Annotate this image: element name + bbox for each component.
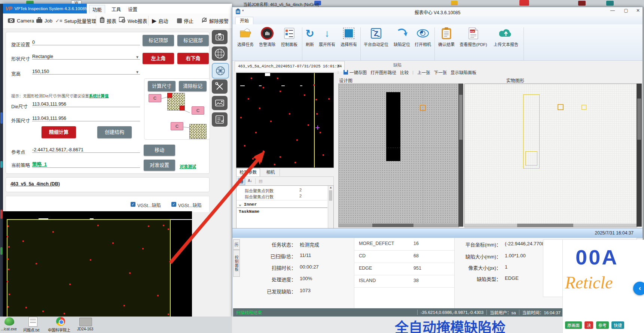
structure-node-c[interactable]: C — [149, 94, 161, 102]
vgs-defect-checkbox[interactable]: ✓ — [131, 202, 135, 207]
badge-shortcut[interactable]: 快捷 — [611, 321, 624, 329]
side-tab-history[interactable]: 历 — [233, 239, 240, 250]
die-size-input[interactable]: 113.043,111.956 — [32, 102, 140, 107]
design-hscrollbar[interactable] — [339, 224, 459, 227]
chevron-down-icon[interactable]: ▼ — [135, 55, 139, 59]
minimize-button[interactable]: — — [607, 8, 618, 15]
tools-icon[interactable] — [212, 79, 228, 94]
desktop-item-label[interactable]: 中国科学院上 — [48, 327, 70, 333]
real-defect-marker[interactable] — [582, 105, 586, 110]
task-checklist-icon[interactable] — [212, 112, 228, 127]
design-vscrollbar[interactable] — [458, 84, 463, 227]
property-pages-icon[interactable]: ▤ — [257, 178, 264, 184]
desktop-item-label[interactable]: JD24-163 — [77, 327, 93, 331]
defect-viewer[interactable] — [236, 73, 334, 168]
save-image-button[interactable]: 一键存图 — [344, 69, 367, 75]
property-value[interactable]: 2 — [299, 188, 302, 192]
desktop-icon-fragment[interactable] — [451, 1, 458, 5]
assistant-collapse-button[interactable]: ‹ — [633, 282, 644, 295]
ribbon-select-all[interactable]: 选择所有 — [338, 26, 359, 53]
wafer-image-panel[interactable] — [3, 211, 192, 317]
app-icon[interactable] — [4, 317, 14, 326]
wafer-map-icon[interactable] — [212, 46, 228, 61]
property-value[interactable]: 2 — [299, 194, 302, 198]
design-image-panel[interactable] — [338, 84, 459, 227]
toolbar-job-button[interactable]: Job — [36, 13, 52, 28]
toolbar-start-button[interactable]: ▶ 启动 — [152, 13, 168, 28]
toolbar-web-report-button[interactable]: Web报表 — [119, 13, 147, 28]
ribbon-alarm-clear[interactable]: 告警清除 — [256, 26, 278, 53]
ribbon-confirm-result[interactable]: 确认结果 — [436, 26, 457, 53]
align-test-link[interactable]: 对准测试 — [180, 163, 196, 169]
ribbon-view-report-pdf[interactable]: PDF 查看报告(PDF) — [458, 26, 489, 53]
ribbon-select-task[interactable]: 选择任务 — [234, 26, 257, 53]
property-row[interactable]: 拟合聚焦点行数 — [245, 194, 274, 200]
badge-reference[interactable]: 参考 — [596, 321, 609, 329]
next-image-button[interactable]: 下一张 — [434, 69, 447, 75]
folder-icon[interactable] — [79, 318, 92, 326]
align-setting-button[interactable]: 对准设置 — [144, 160, 175, 171]
compare-button[interactable]: 比较 — [400, 69, 409, 75]
outer-size-input[interactable]: 113.043,111.956 — [32, 116, 140, 121]
property-section-inner[interactable]: ⌄ Inner — [239, 202, 257, 207]
property-grid-scrollbar[interactable]: ▲ ▼ — [328, 186, 333, 234]
shape-select[interactable]: Rectangle — [32, 54, 140, 60]
toolbar-report-button[interactable]: 报表 — [100, 13, 116, 28]
report-titlebar[interactable]: ▾ 报表中心 V4.3.6.10085 — ▢ ✕ — [232, 7, 643, 16]
ribbon-open-camera[interactable]: 打开相机 — [413, 26, 433, 53]
tab-detect-params[interactable]: 检测参数 — [236, 168, 260, 176]
chrome-icon[interactable] — [56, 317, 65, 326]
db-link[interactable]: 463_v5_5a_4inch (DB) — [10, 181, 60, 187]
open-image-path-button[interactable]: 打开图形路径 — [370, 69, 396, 75]
doc-tab[interactable]: 463_v5_5a_4inch_20240517-07/31/2025 16:0… — [235, 61, 345, 72]
toolbar-setup-batch-button[interactable]: ✓≡ Setup批量管理 — [55, 13, 96, 28]
bottom-right-button[interactable]: 右下角 — [177, 53, 209, 64]
real-image-panel[interactable] — [464, 84, 637, 227]
real-hscrollbar[interactable] — [465, 224, 637, 227]
mark-top-button[interactable]: 标记顶部 — [143, 35, 174, 46]
ref-point-input[interactable]: -2.4471,42.5617,-8.8671 — [32, 147, 140, 153]
menu-settings[interactable]: 设置 — [128, 6, 137, 13]
ribbon-platform-auto-locate[interactable]: Z 平台自动定位 — [361, 26, 391, 53]
camera-view-icon[interactable] — [212, 30, 228, 44]
real-defect-marker[interactable] — [558, 104, 564, 110]
main-titlebar[interactable]: VP VPTek Inspection System 4.3.6.10085 — [3, 4, 87, 13]
chevron-down-icon[interactable]: ▼ — [135, 70, 139, 74]
tab-camera[interactable]: 相机 — [262, 169, 280, 176]
tab-start[interactable]: 开始 — [235, 17, 253, 25]
prev-image-button[interactable]: 上一张 — [417, 69, 430, 75]
die-thumbnail[interactable] — [189, 124, 207, 139]
rotation-input[interactable]: 0 — [32, 40, 140, 45]
desktop-icon-fragment[interactable] — [519, 0, 529, 6]
ribbon-expand-all[interactable]: ↓ 展开所有 — [317, 26, 338, 53]
notepad-file-icon[interactable] — [28, 317, 37, 327]
top-left-button[interactable]: 左上角 — [143, 53, 174, 64]
badge-decide[interactable]: 决 — [585, 321, 593, 329]
inspection-active-icon[interactable] — [212, 63, 229, 79]
strategy-input[interactable]: 策略_1 — [32, 160, 140, 168]
create-structure-button[interactable]: 创建结构 — [97, 126, 132, 138]
desktop-item-label[interactable]: 问题点.txt — [23, 327, 39, 333]
desktop-icon-fragment[interactable] — [578, 1, 586, 6]
desktop-item-label[interactable]: ...icat.exe — [1, 327, 17, 331]
toolbar-clear-alarm-button[interactable]: 解除报警 — [201, 13, 229, 28]
system-calc-link[interactable]: 系统计算值 — [89, 94, 109, 98]
menu-tools[interactable]: 工具 — [112, 6, 121, 13]
move-button[interactable]: 移动 — [144, 145, 175, 156]
real-vscrollbar[interactable] — [637, 84, 642, 227]
size-select[interactable]: 150,150 — [32, 69, 140, 75]
image-gallery-icon[interactable] — [212, 96, 228, 110]
menu-function[interactable]: 功能 — [89, 5, 105, 14]
vgs-defect-checkbox-2[interactable]: ✓ — [171, 202, 176, 207]
structure-node-c[interactable]: C — [171, 122, 183, 130]
property-row[interactable]: 拟合聚焦点列数 — [245, 188, 274, 194]
toolbar-camera-button[interactable]: Camera — [7, 13, 34, 28]
structure-node-c[interactable]: C — [192, 106, 204, 115]
show-defect-panel-button[interactable]: 显示缺陷面板 — [451, 69, 476, 75]
sort-az-icon[interactable]: A↓ — [246, 178, 254, 184]
close-button[interactable]: ✕ — [634, 8, 642, 15]
maximize-button[interactable]: ▢ — [621, 8, 631, 15]
categorized-view-icon[interactable]: ▦ — [238, 178, 245, 185]
desktop-icon-fragment[interactable] — [606, 1, 614, 6]
fine-calc-button[interactable]: 精细计算 — [42, 126, 76, 138]
